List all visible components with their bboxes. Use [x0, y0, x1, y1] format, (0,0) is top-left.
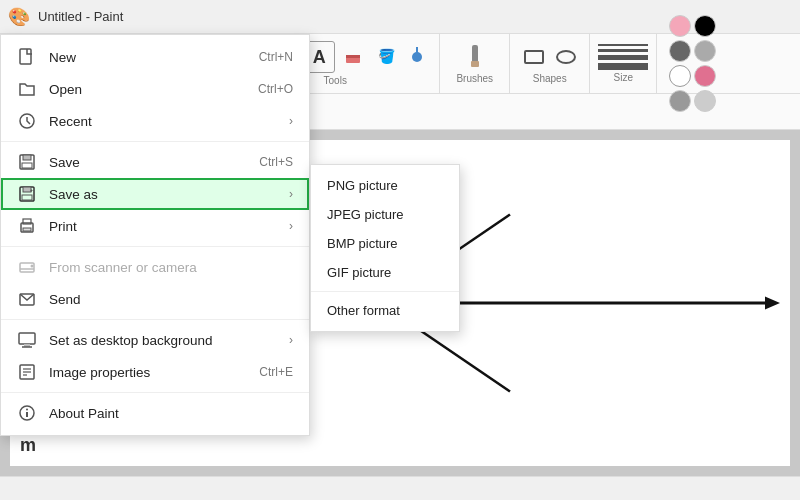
open-file-icon: [17, 79, 37, 99]
size-medium-icon[interactable]: [598, 49, 648, 52]
submenu-div: [311, 291, 459, 292]
menu-item-desktop[interactable]: Set as desktop background ›: [1, 324, 309, 356]
eraser-tool[interactable]: [339, 41, 367, 69]
size-thick-icon[interactable]: [598, 55, 648, 60]
svg-rect-21: [20, 49, 31, 64]
svg-rect-4: [416, 47, 418, 55]
svg-rect-6: [471, 61, 479, 67]
bmp-label: BMP picture: [327, 236, 398, 251]
svg-rect-25: [22, 163, 32, 168]
submenu-gif[interactable]: GIF picture: [311, 258, 459, 287]
status-bar: [0, 476, 800, 500]
png-label: PNG picture: [327, 178, 398, 193]
shape-ellipse-icon[interactable]: [552, 43, 580, 71]
open-shortcut: Ctrl+O: [258, 82, 293, 96]
svg-rect-32: [23, 228, 31, 231]
svg-point-46: [26, 409, 28, 411]
file-dropdown: New Ctrl+N Open Ctrl+O Recent › Save: [0, 34, 310, 436]
color-pink2[interactable]: [694, 65, 716, 87]
svg-point-8: [557, 51, 575, 63]
title-bar-text: Untitled - Paint: [38, 9, 123, 24]
shape-rect-icon[interactable]: [520, 43, 548, 71]
menu-item-new[interactable]: New Ctrl+N: [1, 41, 309, 73]
menu-item-save[interactable]: Save Ctrl+S: [1, 146, 309, 178]
svg-rect-28: [22, 195, 32, 200]
send-label: Send: [49, 292, 293, 307]
menu-item-scanner: From scanner or camera: [1, 251, 309, 283]
jpeg-label: JPEG picture: [327, 207, 404, 222]
color-black[interactable]: [694, 15, 716, 37]
about-icon: [17, 403, 37, 423]
bottom-canvas-text: m: [20, 435, 36, 456]
new-label: New: [49, 50, 247, 65]
recent-label: Recent: [49, 114, 277, 129]
color-gray2[interactable]: [669, 90, 691, 112]
shapes-label: Shapes: [533, 73, 567, 84]
new-file-icon: [17, 47, 37, 67]
svg-text:🪣: 🪣: [378, 48, 395, 65]
shapes-section: Shapes: [510, 34, 590, 93]
print-label: Print: [49, 219, 277, 234]
props-label: Image properties: [49, 365, 247, 380]
save-menu-icon: [17, 152, 37, 172]
desktop-label: Set as desktop background: [49, 333, 277, 348]
scanner-label: From scanner or camera: [49, 260, 293, 275]
props-shortcut: Ctrl+E: [259, 365, 293, 379]
save-shortcut: Ctrl+S: [259, 155, 293, 169]
color-darkgray[interactable]: [669, 40, 691, 62]
save-as-arrow: ›: [289, 187, 293, 201]
desktop-icon: [17, 330, 37, 350]
menu-item-send[interactable]: Send: [1, 283, 309, 315]
save-as-icon: +: [17, 184, 37, 204]
recent-icon: [17, 111, 37, 131]
other-label: Other format: [327, 303, 400, 318]
menu-div-1: [1, 141, 309, 142]
submenu-jpeg[interactable]: JPEG picture: [311, 200, 459, 229]
print-arrow: ›: [289, 219, 293, 233]
svg-rect-7: [525, 51, 543, 63]
size-thin-icon[interactable]: [598, 44, 648, 46]
menu-div-2: [1, 246, 309, 247]
svg-rect-5: [472, 45, 478, 63]
send-icon: [17, 289, 37, 309]
color-lightgray[interactable]: [694, 40, 716, 62]
submenu-png[interactable]: PNG picture: [311, 171, 459, 200]
save-as-label: Save as: [49, 187, 277, 202]
brushes-label: Brushes: [456, 73, 493, 84]
print-icon: [17, 216, 37, 236]
submenu-bmp[interactable]: BMP picture: [311, 229, 459, 258]
svg-rect-24: [23, 155, 31, 160]
color-palette: [657, 34, 728, 93]
desktop-arrow: ›: [289, 333, 293, 347]
menu-div-4: [1, 392, 309, 393]
menu-div-3: [1, 319, 309, 320]
submenu-other[interactable]: Other format: [311, 296, 459, 325]
save-as-submenu: PNG picture JPEG picture BMP picture GIF…: [310, 164, 460, 332]
menu-item-about[interactable]: About Paint: [1, 397, 309, 429]
size-xthick-icon[interactable]: [598, 63, 648, 70]
brush-type-icon[interactable]: [461, 43, 489, 71]
color-pink[interactable]: [669, 15, 691, 37]
size-section: Size: [590, 34, 657, 93]
color-white[interactable]: [669, 65, 691, 87]
svg-rect-33: [20, 263, 34, 272]
svg-point-35: [31, 265, 34, 268]
new-shortcut: Ctrl+N: [259, 50, 293, 64]
svg-text:+: +: [30, 187, 34, 193]
fill-tool[interactable]: 🪣: [371, 41, 399, 69]
brushes-section: Brushes: [440, 34, 510, 93]
menu-item-save-as[interactable]: + Save as ›: [1, 178, 309, 210]
about-label: About Paint: [49, 406, 293, 421]
color-picker-tool[interactable]: [403, 41, 431, 69]
menu-item-props[interactable]: Image properties Ctrl+E: [1, 356, 309, 388]
svg-marker-16: [765, 296, 780, 309]
file-menu-overlay: New Ctrl+N Open Ctrl+O Recent › Save: [0, 34, 310, 436]
menu-item-open[interactable]: Open Ctrl+O: [1, 73, 309, 105]
size-label: Size: [613, 72, 632, 83]
svg-rect-37: [19, 333, 35, 344]
recent-arrow: ›: [289, 114, 293, 128]
color-gray3[interactable]: [694, 90, 716, 112]
menu-item-recent[interactable]: Recent ›: [1, 105, 309, 137]
menu-item-print[interactable]: Print ›: [1, 210, 309, 242]
open-label: Open: [49, 82, 246, 97]
